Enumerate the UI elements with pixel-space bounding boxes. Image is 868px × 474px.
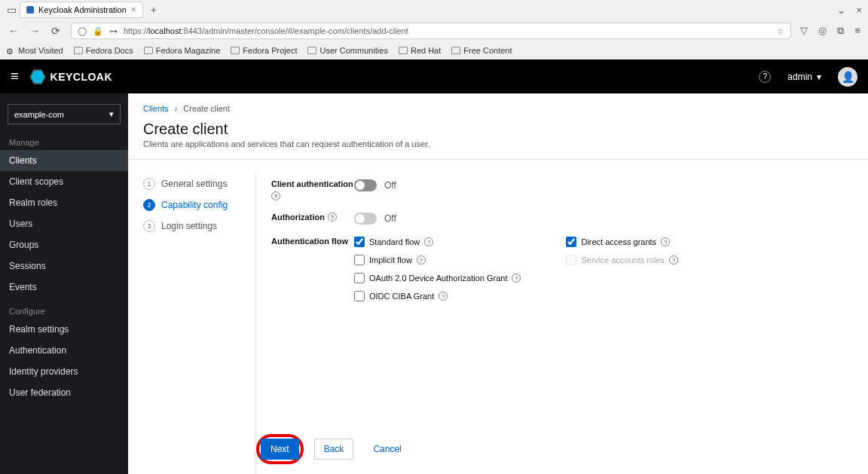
page-subtitle: Clients are applications and services th…: [128, 139, 868, 159]
sidebar-item-authentication[interactable]: Authentication: [0, 340, 128, 361]
favicon: [26, 6, 34, 14]
authorization-label: Authorization: [271, 213, 325, 222]
authorization-state: Off: [384, 213, 396, 224]
sidebar-item-user-federation[interactable]: User federation: [0, 382, 128, 403]
wizard-step[interactable]: 3Login settings: [143, 216, 248, 237]
sidebar-item-identity-providers[interactable]: Identity providers: [0, 361, 128, 382]
avatar[interactable]: 👤: [838, 67, 857, 87]
keycloak-logo[interactable]: KEYCLOAK: [29, 69, 113, 84]
client-auth-switch[interactable]: [354, 179, 377, 191]
help-icon[interactable]: ?: [424, 237, 433, 246]
bookmark-item[interactable]: ⚙Most Visited: [6, 46, 63, 55]
flow-checkbox[interactable]: [354, 237, 365, 247]
wizard-step[interactable]: 2Capability config: [143, 194, 248, 216]
help-icon[interactable]: ?: [669, 255, 678, 265]
cancel-button[interactable]: Cancel: [364, 439, 410, 459]
client-auth-state: Off: [384, 180, 396, 191]
sidebar-item-realm-settings[interactable]: Realm settings: [0, 319, 128, 340]
help-icon[interactable]: ?: [512, 274, 521, 283]
chevron-down-icon: ▾: [817, 72, 821, 82]
browser-tab[interactable]: Keycloak Administration ×: [20, 2, 143, 18]
bookmark-item[interactable]: Fedora Project: [231, 46, 297, 55]
bookmark-label: Fedora Magazine: [156, 46, 221, 55]
client-auth-label: Client authentication: [271, 179, 353, 188]
step-label: Login settings: [161, 221, 217, 231]
tab-close-icon[interactable]: ×: [131, 5, 136, 15]
app-header: ≡ KEYCLOAK ? admin ▾ 👤: [0, 60, 868, 93]
step-label: Capability config: [161, 200, 228, 210]
url-bar[interactable]: ◯ 🔒 ⊶ https://localhost:8443/admin/maste…: [71, 23, 791, 39]
flow-service: Service accounts roles?: [566, 255, 678, 265]
sidebar-item-sessions[interactable]: Sessions: [0, 255, 128, 277]
sidebar-item-groups[interactable]: Groups: [0, 234, 128, 255]
flow-label: Direct access grants: [581, 237, 656, 246]
flow-checkbox[interactable]: [354, 273, 365, 283]
step-number: 2: [143, 199, 155, 211]
tab-title: Keycloak Administration: [38, 5, 127, 14]
help-icon[interactable]: ?: [759, 71, 771, 83]
help-icon[interactable]: ?: [661, 237, 670, 246]
wizard-form: Client authentication ? Off Authorizatio…: [256, 173, 868, 474]
user-menu[interactable]: admin ▾: [787, 72, 821, 82]
authorization-switch: [354, 213, 377, 225]
account-icon[interactable]: ◎: [818, 25, 827, 37]
wizard-footer: Next Back Cancel: [256, 434, 411, 464]
keycloak-logo-icon: [29, 69, 46, 84]
bookmark-item[interactable]: Free Content: [451, 46, 512, 55]
help-icon[interactable]: ?: [328, 213, 337, 222]
back-icon[interactable]: ←: [8, 25, 20, 37]
sidebar-item-realm-roles[interactable]: Realm roles: [0, 192, 128, 213]
flow-implicit[interactable]: Implicit flow?: [354, 255, 521, 265]
product-name: KEYCLOAK: [50, 71, 113, 83]
pocket-icon[interactable]: ▽: [800, 25, 808, 37]
flow-checkbox[interactable]: [354, 255, 365, 265]
sidebar-item-client-scopes[interactable]: Client scopes: [0, 171, 128, 192]
realm-selector[interactable]: example-com ▾: [8, 104, 121, 124]
bookmark-item[interactable]: Fedora Docs: [74, 46, 133, 55]
step-number: 1: [143, 178, 155, 190]
folder-icon: [74, 47, 83, 54]
flow-ciba[interactable]: OIDC CIBA Grant?: [354, 291, 521, 301]
flow-label: OAuth 2.0 Device Authorization Grant: [369, 274, 507, 283]
minimize-icon[interactable]: ⌄: [837, 5, 845, 16]
folder-icon: [307, 47, 316, 54]
user-name: admin: [787, 72, 812, 82]
flow-label: Service accounts roles: [581, 255, 665, 265]
bookmark-item[interactable]: User Communities: [307, 46, 387, 55]
app-menu-icon[interactable]: ≡: [854, 25, 860, 37]
next-button[interactable]: Next: [261, 439, 299, 460]
sidebar-section-title: Configure: [0, 302, 128, 319]
flow-label: Standard flow: [369, 237, 420, 246]
help-icon[interactable]: ?: [439, 292, 448, 301]
bookmark-label: User Communities: [319, 46, 387, 55]
chevron-right-icon: ›: [175, 104, 178, 113]
flow-device[interactable]: OAuth 2.0 Device Authorization Grant?: [354, 273, 521, 283]
sidebar-item-users[interactable]: Users: [0, 213, 128, 234]
bookmarks-bar: ⚙Most VisitedFedora DocsFedora MagazineF…: [0, 42, 868, 59]
close-window-icon[interactable]: ×: [856, 5, 862, 16]
extensions-icon[interactable]: ⧉: [837, 25, 844, 37]
folder-icon: [451, 47, 460, 54]
breadcrumb-root[interactable]: Clients: [143, 104, 169, 113]
bookmark-item[interactable]: Fedora Magazine: [144, 46, 221, 55]
flow-checkbox[interactable]: [354, 291, 365, 301]
hamburger-icon[interactable]: ≡: [11, 69, 19, 84]
flow-standard[interactable]: Standard flow?: [354, 237, 521, 247]
forward-icon[interactable]: →: [29, 25, 41, 37]
sidebar-item-events[interactable]: Events: [0, 277, 128, 298]
bookmark-star-icon[interactable]: ☆: [777, 26, 784, 36]
flow-direct[interactable]: Direct access grants?: [566, 237, 678, 247]
sidebar-item-clients[interactable]: Clients: [0, 150, 128, 171]
bookmark-item[interactable]: Red Hat: [399, 46, 441, 55]
help-icon[interactable]: ?: [271, 191, 280, 200]
reload-icon[interactable]: ⟳: [50, 25, 62, 37]
new-tab-button[interactable]: +: [146, 4, 161, 16]
flow-checkbox[interactable]: [566, 237, 576, 247]
bookmark-label: Fedora Project: [243, 46, 297, 55]
page-title: Create client: [128, 116, 868, 139]
help-icon[interactable]: ?: [417, 255, 426, 265]
back-button[interactable]: Back: [314, 439, 354, 460]
window-container-icon[interactable]: ▭: [6, 4, 17, 16]
step-label: General settings: [161, 179, 227, 189]
wizard-step[interactable]: 1General settings: [143, 173, 248, 194]
